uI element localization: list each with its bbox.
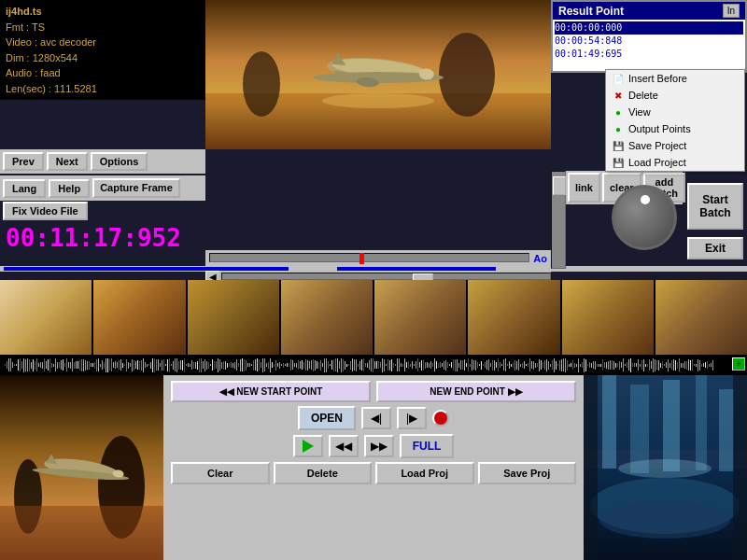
context-menu: 📄 Insert Before ✖ Delete ● View ● Output… xyxy=(605,69,745,172)
svg-point-29 xyxy=(618,459,712,478)
fmt-label: Fmt : TS xyxy=(6,20,200,35)
button-row-2: Lang Help Capture Frame xyxy=(0,175,205,201)
svg-point-28 xyxy=(599,501,730,539)
volume-knob[interactable] xyxy=(612,185,686,259)
capture-frame-button[interactable]: Capture Frame xyxy=(92,178,180,198)
clear-action-button[interactable]: Clear xyxy=(171,462,270,484)
point-buttons-row: ◀◀ NEW START POINT NEW END POINT ▶▶ xyxy=(171,381,576,402)
svg-rect-24 xyxy=(663,380,680,471)
ao-label: Ao xyxy=(533,253,547,264)
fast-fwd-button[interactable]: ▶▶ xyxy=(364,435,394,457)
lang-button[interactable]: Lang xyxy=(3,179,46,198)
thumb-1[interactable] xyxy=(0,280,92,355)
thumb-6[interactable] xyxy=(468,280,559,355)
view-icon: ● xyxy=(612,105,625,119)
video-preview xyxy=(205,0,551,149)
vertical-slider[interactable] xyxy=(551,171,566,269)
record-button[interactable] xyxy=(432,410,449,427)
delete-action-button[interactable]: Delete xyxy=(274,462,373,484)
prev-button[interactable]: Prev xyxy=(3,152,44,171)
svg-rect-26 xyxy=(719,389,734,471)
save-icon: 💾 xyxy=(612,139,625,152)
menu-output-points[interactable]: ● Output Points xyxy=(606,120,744,137)
bottom-preview-right xyxy=(584,375,747,560)
filename: ij4hd.ts xyxy=(6,4,200,20)
playback-row: ◀◀ ▶▶ FULL xyxy=(171,434,576,458)
progress-bar-right xyxy=(337,267,496,271)
thumb-8[interactable] xyxy=(655,280,747,355)
v-slider-thumb[interactable] xyxy=(553,176,566,195)
result-panel: Result Point In 00:00:00:000 00:00:54:84… xyxy=(551,0,747,73)
result-list: 00:00:00:000 00:00:54:848 00:01:49:695 xyxy=(553,20,745,71)
new-start-point-button[interactable]: ◀◀ NEW START POINT xyxy=(171,381,371,402)
thumb-4[interactable] xyxy=(281,280,373,355)
progress-bar-left xyxy=(4,267,289,271)
menu-view[interactable]: ● View xyxy=(606,104,744,120)
knob-body[interactable] xyxy=(612,185,677,250)
thumb-7[interactable] xyxy=(562,280,654,355)
scroll-track[interactable] xyxy=(221,273,551,280)
open-button[interactable]: OPEN xyxy=(298,406,356,430)
svg-rect-15 xyxy=(0,506,163,560)
svg-rect-31 xyxy=(733,375,747,560)
waveform-display: // Render waveform inline + xyxy=(0,355,747,375)
menu-save-project[interactable]: 💾 Save Project xyxy=(606,137,744,154)
menu-load-project[interactable]: 💾 Load Project xyxy=(606,154,744,171)
save-proj-button[interactable]: Save Proj xyxy=(478,462,577,484)
load-icon: 💾 xyxy=(612,156,625,169)
result-item-0[interactable]: 00:00:00:000 xyxy=(555,21,743,35)
svg-point-3 xyxy=(243,51,280,117)
svg-rect-30 xyxy=(584,375,598,560)
load-proj-button[interactable]: Load Proj xyxy=(375,462,474,484)
waveform-bars: // Render waveform inline xyxy=(5,357,742,372)
exit-button[interactable]: Exit xyxy=(687,237,743,259)
info-panel: ij4hd.ts Fmt : TS Video : avc decoder Di… xyxy=(0,0,205,100)
start-batch-button[interactable]: Start Batch xyxy=(687,183,743,230)
video-label: Video : avc decoder xyxy=(6,35,200,50)
full-button[interactable]: FULL xyxy=(400,434,455,458)
menu-insert-before[interactable]: 📄 Insert Before xyxy=(606,70,744,87)
thumb-2[interactable] xyxy=(93,280,185,355)
result-in-button[interactable]: In xyxy=(723,4,740,18)
video-content xyxy=(205,0,551,149)
help-button[interactable]: Help xyxy=(49,179,90,198)
bottom-section: ◀◀ NEW START POINT NEW END POINT ▶▶ OPEN… xyxy=(0,375,747,560)
output-icon: ● xyxy=(612,122,625,135)
thumbnail-strip xyxy=(0,280,747,355)
result-header: Result Point In xyxy=(553,2,745,20)
media-controls-row: OPEN ◀| |▶ xyxy=(171,406,576,430)
result-item-2[interactable]: 00:01:49:695 xyxy=(555,48,743,61)
result-item-1[interactable]: 00:00:54:848 xyxy=(555,35,743,48)
svg-point-4 xyxy=(322,93,434,108)
svg-rect-25 xyxy=(696,375,707,470)
thumb-3[interactable] xyxy=(188,280,279,355)
seek-thumb[interactable] xyxy=(359,253,364,264)
options-button[interactable]: Options xyxy=(91,152,148,171)
bottom-preview-left xyxy=(0,375,163,560)
fix-video-button[interactable]: Fix Video File xyxy=(3,202,88,220)
right-preview-content xyxy=(584,375,747,560)
new-end-point-button[interactable]: NEW END POINT ▶▶ xyxy=(376,381,576,402)
step-back-button[interactable]: ◀| xyxy=(361,407,391,429)
svg-rect-23 xyxy=(630,385,649,473)
len-label: Len(sec) : 111.5281 xyxy=(6,81,200,97)
result-title: Result Point xyxy=(558,5,624,18)
seek-track[interactable] xyxy=(209,253,529,262)
delete-icon: ✖ xyxy=(612,89,625,102)
svg-point-2 xyxy=(439,33,495,117)
knob-dot xyxy=(641,195,650,204)
left-preview-content xyxy=(0,375,163,560)
step-fwd-button[interactable]: |▶ xyxy=(397,407,427,429)
menu-delete[interactable]: ✖ Delete xyxy=(606,87,744,104)
dim-label: Dim : 1280x544 xyxy=(6,50,200,66)
action-buttons-row: Clear Delete Load Proj Save Proj xyxy=(171,462,576,484)
waveform-expand-button[interactable]: + xyxy=(732,357,745,371)
insert-icon: 📄 xyxy=(612,72,625,85)
next-button[interactable]: Next xyxy=(47,152,88,171)
play-button[interactable] xyxy=(293,435,323,457)
bottom-center-controls: ◀◀ NEW START POINT NEW END POINT ▶▶ OPEN… xyxy=(163,375,584,560)
link-button[interactable]: link xyxy=(568,173,600,203)
rewind-button[interactable]: ◀◀ xyxy=(329,435,359,457)
svg-rect-22 xyxy=(602,375,616,469)
thumb-5[interactable] xyxy=(374,280,466,355)
